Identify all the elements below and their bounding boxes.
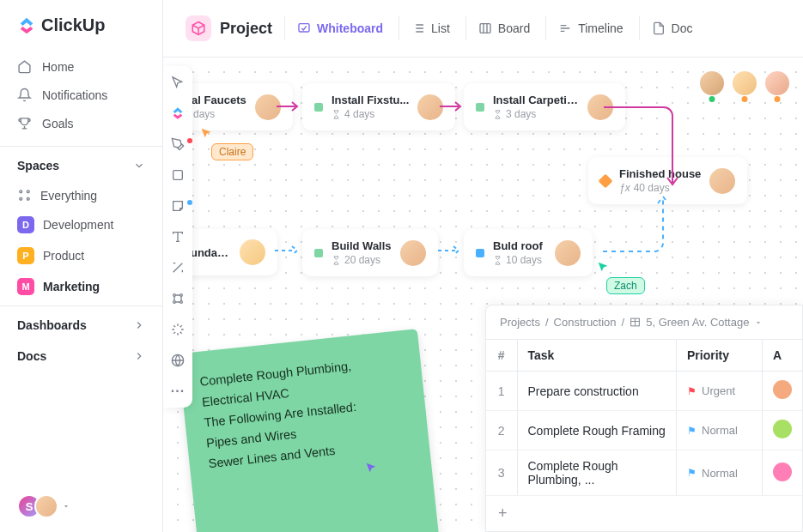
shape-tool[interactable] bbox=[170, 167, 186, 183]
chevron-right-icon bbox=[133, 350, 145, 362]
card-duration: 4 days bbox=[332, 108, 409, 120]
web-tool[interactable] bbox=[170, 353, 186, 368]
nav-home[interactable]: Home bbox=[0, 52, 162, 81]
user-avatars[interactable]: S bbox=[0, 481, 162, 532]
chevron-down-icon bbox=[133, 160, 145, 172]
logo-text: ClickUp bbox=[41, 15, 105, 35]
space-development[interactable]: DDevelopment bbox=[0, 209, 162, 240]
task-card[interactable]: Install Carpetin...3 days bbox=[464, 83, 625, 130]
status-dot bbox=[775, 96, 781, 102]
collaborator-avatars[interactable] bbox=[698, 70, 791, 100]
text-tool[interactable] bbox=[170, 229, 186, 245]
status-dot bbox=[709, 96, 715, 102]
tab-doc[interactable]: Doc bbox=[639, 16, 705, 40]
pointer-tool[interactable] bbox=[170, 75, 186, 90]
cursor-icon bbox=[199, 126, 213, 140]
relation-tool[interactable] bbox=[170, 291, 186, 306]
cell-assignee bbox=[763, 411, 803, 450]
cell-task: Complete Rough Framing bbox=[517, 411, 677, 450]
whiteboard-canvas[interactable]: ··· Instal Faucets2 days Install Fixstu.… bbox=[163, 57, 803, 532]
svg-point-8 bbox=[180, 301, 183, 304]
clickup-tool[interactable] bbox=[170, 106, 186, 121]
caret-down-icon bbox=[754, 318, 763, 327]
card-duration: 20 days bbox=[332, 254, 392, 266]
tab-board[interactable]: Board bbox=[465, 16, 542, 40]
pen-tool[interactable] bbox=[170, 136, 186, 152]
timeline-icon bbox=[558, 21, 572, 35]
arrow-icon bbox=[603, 191, 680, 258]
arrow-icon bbox=[438, 245, 464, 257]
tab-label: Whiteboard bbox=[317, 21, 383, 35]
tab-label: List bbox=[431, 21, 450, 35]
cursor-label: Zach bbox=[606, 277, 645, 294]
col-number: # bbox=[486, 340, 517, 372]
canvas-toolbar: ··· bbox=[163, 66, 192, 408]
arrow-icon bbox=[275, 245, 302, 257]
space-everything[interactable]: Everything bbox=[0, 181, 162, 209]
breadcrumb[interactable]: Projects/ Construction/ 5, Green Av. Cot… bbox=[486, 305, 802, 339]
crumb[interactable]: 5, Green Av. Cottage bbox=[646, 316, 749, 329]
sticky-tool[interactable] bbox=[170, 198, 186, 214]
project-title-text: Project bbox=[220, 20, 272, 38]
tab-label: Board bbox=[498, 21, 530, 35]
tab-timeline[interactable]: Timeline bbox=[545, 16, 635, 40]
board-icon bbox=[478, 21, 492, 35]
col-assignee[interactable]: A bbox=[763, 340, 803, 372]
arrow-icon bbox=[440, 100, 465, 112]
svg-rect-5 bbox=[480, 24, 490, 33]
card-duration: 3 days bbox=[493, 108, 579, 120]
connector-tool[interactable] bbox=[170, 260, 186, 275]
task-card[interactable]: Build Walls20 days bbox=[302, 229, 438, 276]
nav-docs[interactable]: Docs bbox=[0, 341, 162, 372]
cell-number: 3 bbox=[486, 450, 517, 496]
whiteboard-icon bbox=[297, 21, 311, 35]
space-product[interactable]: PProduct bbox=[0, 240, 162, 271]
tab-list[interactable]: List bbox=[398, 16, 462, 40]
nav-label: Home bbox=[42, 60, 74, 74]
hourglass-icon bbox=[332, 256, 341, 265]
more-tool[interactable]: ··· bbox=[170, 384, 186, 399]
cell-priority: ⚑Urgent bbox=[677, 372, 763, 411]
sticky-note[interactable]: Complete Rough Plumbing, Electrical HVAC… bbox=[178, 329, 441, 532]
nav-goals[interactable]: Goals bbox=[0, 109, 162, 137]
spaces-header[interactable]: Spaces bbox=[0, 150, 162, 181]
cursor-icon bbox=[596, 260, 610, 274]
status-square bbox=[314, 249, 323, 257]
status-square bbox=[476, 103, 484, 112]
task-table: # Task Priority A 1 Prepare construction… bbox=[486, 339, 802, 496]
crumb[interactable]: Projects bbox=[500, 316, 540, 329]
svg-rect-6 bbox=[173, 171, 183, 180]
logo[interactable]: ClickUp bbox=[0, 0, 162, 47]
project-title[interactable]: Project bbox=[177, 10, 281, 46]
avatar bbox=[731, 70, 758, 97]
space-marketing[interactable]: MMarketing bbox=[0, 271, 162, 302]
cube-icon bbox=[186, 15, 211, 41]
svg-point-3 bbox=[27, 197, 29, 200]
table-row[interactable]: 1 Prepare construction ⚑Urgent bbox=[486, 372, 802, 411]
cell-number: 2 bbox=[486, 411, 517, 450]
hourglass-icon bbox=[493, 110, 502, 119]
cell-priority: ⚑Normal bbox=[677, 450, 763, 496]
bell-icon bbox=[17, 88, 32, 102]
task-card[interactable]: Install Fixstu...4 days bbox=[302, 83, 455, 130]
nav-dashboards[interactable]: Dashboards bbox=[0, 310, 162, 341]
add-row-button[interactable]: + bbox=[486, 496, 802, 531]
table-row[interactable]: 2 Complete Rough Framing ⚑Normal bbox=[486, 411, 802, 450]
col-task[interactable]: Task bbox=[517, 340, 677, 372]
crumb[interactable]: Construction bbox=[554, 316, 617, 329]
task-card[interactable]: Buld roof10 days bbox=[464, 229, 593, 276]
cell-task: Complete Rough Plumbing, ... bbox=[517, 450, 677, 496]
svg-point-2 bbox=[20, 197, 22, 200]
nav-label: Docs bbox=[17, 349, 46, 363]
space-label: Everything bbox=[40, 189, 97, 203]
home-icon bbox=[17, 59, 32, 74]
doc-icon bbox=[652, 21, 666, 35]
col-priority[interactable]: Priority bbox=[677, 340, 763, 372]
nav-notifications[interactable]: Notifications bbox=[0, 81, 162, 109]
sparkle-tool[interactable] bbox=[170, 322, 186, 337]
space-badge: M bbox=[17, 278, 34, 295]
tab-whiteboard[interactable]: Whiteboard bbox=[284, 16, 395, 40]
table-row[interactable]: 3 Complete Rough Plumbing, ... ⚑Normal bbox=[486, 450, 802, 496]
avatar bbox=[763, 70, 791, 97]
trophy-icon bbox=[17, 116, 32, 130]
